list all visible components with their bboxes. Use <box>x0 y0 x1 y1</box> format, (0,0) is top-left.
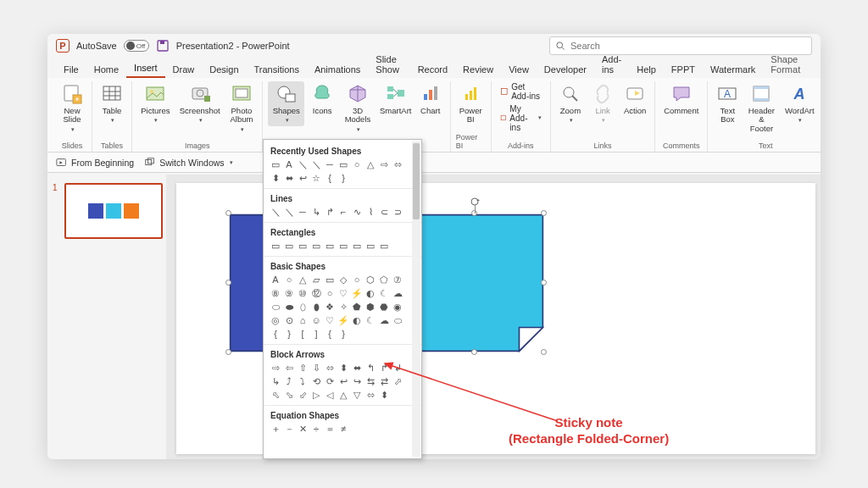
shape-option[interactable]: ─ <box>296 205 309 219</box>
tab-insert[interactable]: Insert <box>126 59 165 78</box>
thumbnail-pane[interactable]: 1 <box>47 175 166 459</box>
shape-option[interactable]: ＼ <box>296 158 309 171</box>
shape-option[interactable]: } <box>337 327 350 341</box>
tab-record[interactable]: Record <box>410 61 455 78</box>
shape-option[interactable]: ▭ <box>377 239 391 252</box>
shape-option[interactable]: ⑩ <box>296 286 309 300</box>
chart-button[interactable]: Chart <box>416 81 445 117</box>
shape-option[interactable]: ⇦ <box>282 361 296 374</box>
shape-option[interactable]: ⊂ <box>377 205 391 219</box>
shape-option[interactable]: ∿ <box>350 205 364 219</box>
shape-option[interactable]: ○ <box>350 158 364 171</box>
shape-option[interactable]: ▭ <box>337 239 350 252</box>
shape-option[interactable]: ▭ <box>309 239 323 252</box>
zoom-button[interactable]: Zoom ▾ <box>556 81 585 126</box>
shape-option[interactable]: ⬄ <box>364 388 377 402</box>
shape-option[interactable]: ⬍ <box>269 171 282 185</box>
shape-option[interactable]: ＋ <box>269 422 282 435</box>
header-&-footer-button[interactable]: Header& Footer <box>745 81 777 135</box>
shape-option[interactable]: ▭ <box>296 239 309 252</box>
shape-option[interactable]: ⌐ <box>337 205 350 219</box>
shape-option[interactable]: ＝ <box>323 422 337 435</box>
shape-option[interactable]: } <box>337 171 350 185</box>
shape-option[interactable]: ⌂ <box>296 313 309 327</box>
shape-option[interactable]: ▱ <box>309 273 323 286</box>
scrollbar[interactable] <box>412 141 420 457</box>
shape-option[interactable]: ○ <box>350 273 364 286</box>
tab-view[interactable]: View <box>501 61 537 78</box>
shape-option[interactable]: ⤵ <box>296 374 309 388</box>
shape-option[interactable]: ⌇ <box>364 205 377 219</box>
wordart-button[interactable]: AWordArt ▾ <box>781 81 818 126</box>
shape-option[interactable]: ◁ <box>323 388 337 402</box>
shape-option[interactable]: ÷ <box>309 422 323 435</box>
shape-option[interactable]: ▭ <box>282 239 296 252</box>
shape-option[interactable]: ⬭ <box>391 313 404 327</box>
my-add-ins-button[interactable]: My Add-ins▾ <box>497 103 545 133</box>
shape-option[interactable]: ⇨ <box>269 361 282 374</box>
shape-option[interactable]: ⬯ <box>296 300 309 313</box>
shape-option[interactable]: ⇨ <box>377 158 391 171</box>
shape-option[interactable]: ⬌ <box>282 171 296 185</box>
shape-option[interactable]: { <box>323 327 337 341</box>
action-button[interactable]: Action <box>620 81 649 117</box>
shape-option[interactable]: ▭ <box>269 239 282 252</box>
shape-option[interactable]: ❖ <box>323 300 337 313</box>
shape-option[interactable]: ⟳ <box>323 374 337 388</box>
shape-option[interactable]: ○ <box>323 286 337 300</box>
shape-option[interactable]: ⬀ <box>391 374 404 388</box>
shape-option[interactable]: ↪ <box>350 374 364 388</box>
icons-button[interactable]: Icons <box>308 81 337 117</box>
shape-option[interactable]: ⇆ <box>364 374 377 388</box>
pictures-button[interactable]: Pictures ▾ <box>137 81 174 126</box>
shape-option[interactable]: ○ <box>282 273 296 286</box>
tab-design[interactable]: Design <box>202 61 246 78</box>
shape-option[interactable]: ⬡ <box>364 273 377 286</box>
shape-option[interactable]: ＼ <box>282 205 296 219</box>
tab-home[interactable]: Home <box>86 61 126 78</box>
shape-option[interactable]: ▭ <box>323 273 337 286</box>
shape-option[interactable]: { <box>323 171 337 185</box>
shape-option[interactable]: ↱ <box>377 361 391 374</box>
shape-option[interactable]: ⬄ <box>323 361 337 374</box>
autosave-toggle[interactable]: Off <box>124 40 149 52</box>
shape-option[interactable]: － <box>282 422 296 435</box>
shape-option[interactable]: A <box>269 273 282 286</box>
shape-option[interactable]: ⬌ <box>350 361 364 374</box>
shape-option[interactable]: ⬬ <box>282 300 296 313</box>
shape-option[interactable]: ✕ <box>296 422 309 435</box>
tab-slide-show[interactable]: Slide Show <box>368 51 409 78</box>
shape-option[interactable]: ≠ <box>337 422 350 435</box>
shape-option[interactable]: ⟲ <box>309 374 323 388</box>
shape-option[interactable]: { <box>269 327 282 341</box>
shape-option[interactable]: ⇩ <box>309 361 323 374</box>
shape-option[interactable]: ⬂ <box>282 388 296 402</box>
shape-option[interactable]: ◐ <box>364 286 377 300</box>
shape-option[interactable]: ☾ <box>364 313 377 327</box>
shape-option[interactable]: ⬁ <box>269 388 282 402</box>
shape-option[interactable]: ▷ <box>309 388 323 402</box>
sticky-note-shape-2[interactable] <box>405 214 544 352</box>
shape-option[interactable]: ▭ <box>269 158 282 171</box>
3d-models-button[interactable]: 3DModels ▾ <box>340 81 376 135</box>
search-input[interactable] <box>570 41 806 51</box>
shape-option[interactable]: ☁ <box>391 286 404 300</box>
shape-option[interactable]: ↳ <box>309 205 323 219</box>
selection-handle[interactable] <box>541 280 547 286</box>
shape-option[interactable]: ⬟ <box>350 300 364 313</box>
shape-option[interactable]: ✧ <box>337 300 350 313</box>
tab-review[interactable]: Review <box>455 61 501 78</box>
shape-option[interactable]: △ <box>364 158 377 171</box>
shape-option[interactable]: ─ <box>323 158 337 171</box>
save-icon[interactable] <box>156 39 170 53</box>
shape-option[interactable]: ⬢ <box>364 300 377 313</box>
tab-add-ins[interactable]: Add-ins <box>594 51 629 78</box>
from-beginning-button[interactable]: From Beginning <box>56 157 134 169</box>
shape-option[interactable]: ▭ <box>364 239 377 252</box>
shape-option[interactable]: ◎ <box>269 313 282 327</box>
shape-option[interactable]: ☁ <box>377 313 391 327</box>
shape-option[interactable]: △ <box>337 388 350 402</box>
shape-option[interactable]: ⇧ <box>296 361 309 374</box>
tab-help[interactable]: Help <box>629 61 664 78</box>
shape-option[interactable]: ⬠ <box>377 273 391 286</box>
